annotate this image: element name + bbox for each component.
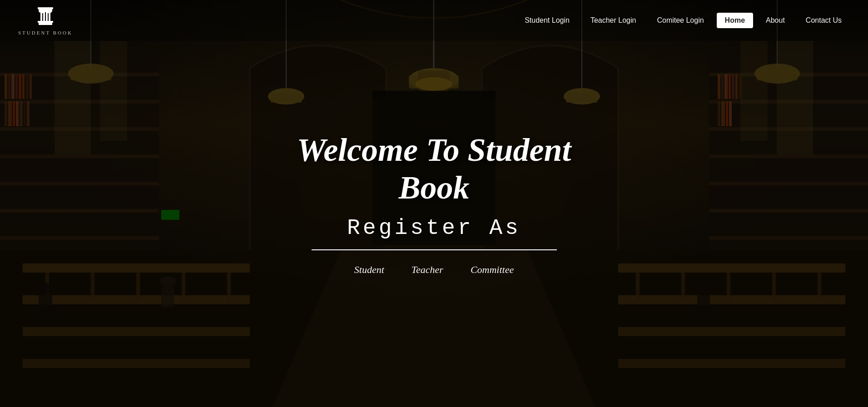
- logo-area: Student Book: [18, 5, 73, 35]
- register-links: Student Teacher Committee: [275, 264, 593, 276]
- logo-text: Student Book: [18, 30, 73, 35]
- svg-rect-101: [38, 7, 53, 9]
- register-student-link[interactable]: Student: [354, 264, 384, 276]
- register-teacher-link[interactable]: Teacher: [412, 264, 443, 276]
- nav-contact-us[interactable]: Contact Us: [798, 13, 850, 28]
- nav-student-login[interactable]: Student Login: [516, 13, 578, 28]
- hero-section: Student Book Student Login Teacher Login…: [0, 0, 868, 407]
- register-subtitle: Register As: [275, 216, 593, 240]
- divider-line: [312, 249, 557, 250]
- register-committee-link[interactable]: Committee: [471, 264, 514, 276]
- nav-about[interactable]: About: [758, 13, 793, 28]
- navbar: Student Book Student Login Teacher Login…: [0, 0, 868, 41]
- nav-comitee-login[interactable]: Comitee Login: [649, 13, 712, 28]
- hero-content: Welcome To Student Book Register As Stud…: [275, 131, 593, 276]
- nav-home[interactable]: Home: [717, 13, 753, 28]
- nav-teacher-login[interactable]: Teacher Login: [582, 13, 645, 28]
- svg-rect-93: [38, 21, 53, 23]
- welcome-title: Welcome To Student Book: [275, 131, 593, 207]
- nav-links: Student Login Teacher Login Comitee Logi…: [516, 13, 850, 28]
- logo-icon: [34, 5, 57, 28]
- svg-rect-92: [39, 23, 52, 25]
